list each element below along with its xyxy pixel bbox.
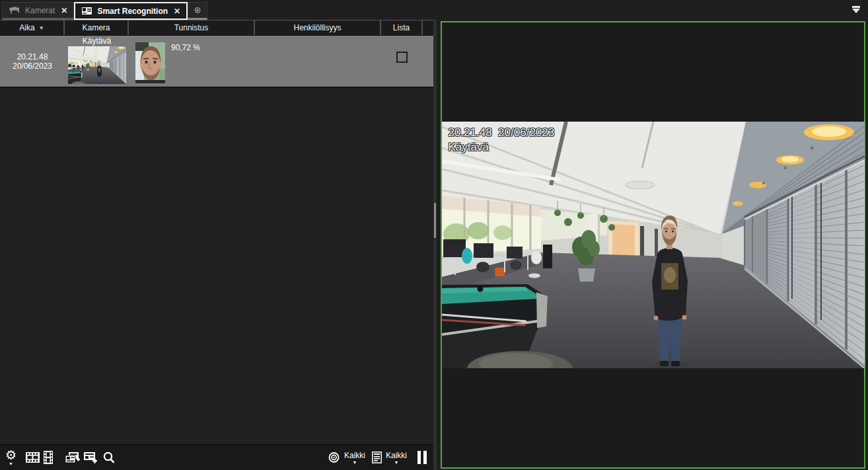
empty-list-area	[0, 88, 433, 444]
add-card-button[interactable]	[84, 451, 98, 463]
camera-name: Käytävä	[83, 37, 111, 46]
list-checkbox[interactable]	[396, 52, 408, 63]
splitter-grip[interactable]	[434, 203, 436, 238]
video-timestamp: 20.21.48 20/06/2023	[449, 126, 555, 140]
face-snapshot-thumbnail	[135, 42, 165, 83]
tab-smart-recognition[interactable]: Smart Recognition ✕	[74, 2, 188, 20]
event-type-filter[interactable]: Kaikki ▼	[328, 451, 365, 465]
caret-down-icon: ▼	[353, 460, 357, 465]
cell-identity	[255, 36, 381, 87]
cell-list	[381, 36, 423, 87]
camera-snapshot-thumbnail	[68, 46, 126, 84]
confidence-value: 90,72 %	[171, 43, 200, 52]
gear-icon: ⚙	[5, 450, 17, 461]
tab-bar: Kamerat ✕ Smart Recognition ✕	[0, 0, 868, 20]
video-camera-name: Käytävä	[449, 140, 555, 155]
live-video: 20.21.48 20/06/2023 Käytävä	[442, 122, 865, 368]
list-filter-value: Kaikki	[386, 451, 407, 460]
column-header-lista[interactable]: Lista	[381, 20, 423, 35]
collapse-panel-icon[interactable]	[851, 6, 861, 13]
close-icon[interactable]: ✕	[59, 6, 67, 15]
column-header-tunnistus[interactable]: Tunnistus	[129, 20, 255, 35]
sort-desc-icon: ▼	[39, 25, 44, 31]
list-filter[interactable]: Kaikki ▼	[372, 451, 407, 465]
eye-icon	[328, 452, 340, 463]
event-date: 20/06/2023	[13, 61, 52, 71]
pause-bar	[417, 451, 421, 464]
event-time: 20.21.48	[17, 52, 48, 61]
add-icon	[194, 4, 201, 17]
filmstrip-vertical-button[interactable]	[44, 451, 53, 464]
recognition-list-panel: Aika ▼ Kamera Tunnistus Henkilöllisyys L…	[0, 20, 433, 470]
smart-recognition-window: Kamerat ✕ Smart Recognition ✕	[0, 0, 868, 470]
filmstrip-horizontal-icon	[26, 452, 40, 463]
pause-bar	[423, 451, 427, 464]
id-card-icon	[81, 7, 92, 15]
settings-button[interactable]: ⚙ ▼	[5, 450, 17, 466]
table-header: Aika ▼ Kamera Tunnistus Henkilöllisyys L…	[0, 20, 433, 36]
close-icon[interactable]: ✕	[172, 7, 180, 16]
cell-camera: Käytävä	[65, 36, 129, 87]
stacked-cards-icon	[65, 451, 80, 464]
camera-video-frame	[442, 122, 865, 368]
column-header-kamera[interactable]: Kamera	[65, 20, 129, 35]
tab-kamerat-label: Kamerat	[25, 6, 55, 15]
search-button[interactable]	[103, 451, 115, 464]
caret-down-icon: ▼	[394, 460, 399, 465]
bottom-toolbar: ⚙ ▼	[0, 444, 433, 470]
filmstrip-vertical-icon	[44, 451, 53, 464]
column-header-extra	[423, 20, 433, 35]
export-cards-button[interactable]	[65, 451, 80, 464]
selected-camera-cell[interactable]: 20.21.48 20/06/2023 Käytävä	[441, 21, 865, 469]
filmstrip-horizontal-button[interactable]	[26, 452, 40, 463]
tab-kamerat[interactable]: Kamerat ✕	[2, 2, 74, 20]
video-overlay: 20.21.48 20/06/2023 Käytävä	[449, 126, 555, 155]
add-tab-button[interactable]	[188, 2, 207, 20]
card-plus-icon	[84, 451, 98, 463]
cell-recognition: 90,72 %	[129, 36, 255, 87]
search-icon	[103, 451, 115, 464]
pause-button[interactable]	[417, 451, 427, 464]
cctv-camera-icon	[9, 7, 20, 15]
table-row[interactable]: 20.21.48 20/06/2023 Käytävä 90,72 %	[0, 36, 433, 88]
event-filter-value: Kaikki	[344, 451, 365, 460]
column-header-henkilollisyys[interactable]: Henkilöllisyys	[255, 20, 381, 35]
tab-smart-recognition-label: Smart Recognition	[97, 7, 168, 16]
column-header-aika[interactable]: Aika ▼	[0, 20, 65, 35]
caret-down-icon: ▼	[9, 461, 13, 466]
cell-time: 20.21.48 20/06/2023	[0, 36, 65, 87]
panel-splitter[interactable]	[433, 20, 437, 470]
camera-view-panel: 20.21.48 20/06/2023 Käytävä	[437, 20, 868, 470]
list-card-icon	[372, 451, 382, 463]
